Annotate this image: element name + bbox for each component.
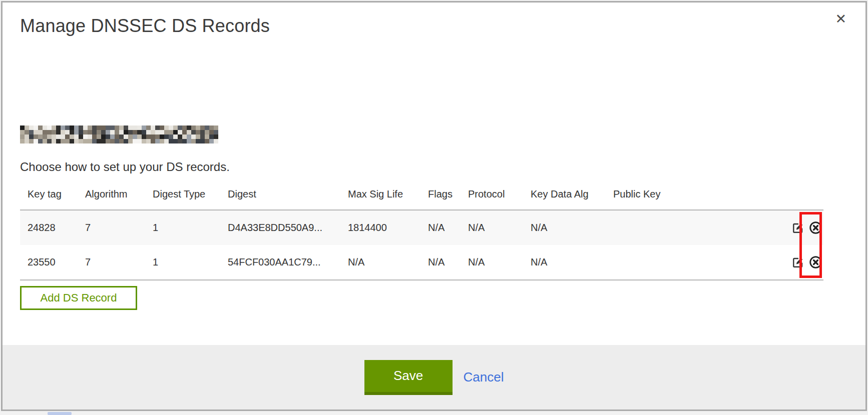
redaction-pixel bbox=[187, 139, 191, 144]
redaction-pixel bbox=[79, 134, 83, 139]
redaction-pixel bbox=[178, 126, 182, 130]
redaction-pixel bbox=[191, 130, 196, 134]
redaction-pixel bbox=[70, 134, 74, 139]
redaction-pixel bbox=[52, 134, 56, 139]
redaction-pixel bbox=[128, 139, 133, 144]
save-button[interactable]: Save bbox=[364, 360, 453, 395]
cell-public-key bbox=[606, 210, 746, 245]
redaction-pixel bbox=[52, 130, 56, 134]
redaction-pixel bbox=[119, 134, 124, 139]
redaction-pixel bbox=[34, 134, 38, 139]
delete-record-button[interactable] bbox=[808, 220, 823, 236]
redaction-pixel bbox=[164, 130, 169, 134]
column-header-actions bbox=[746, 179, 823, 210]
redaction-pixel bbox=[110, 126, 115, 130]
redaction-pixel bbox=[65, 130, 70, 134]
redaction-pixel bbox=[61, 130, 65, 134]
redaction-pixel bbox=[119, 139, 124, 144]
redaction-pixel bbox=[164, 126, 169, 130]
cell-digest-type: 1 bbox=[145, 245, 220, 280]
redaction-pixel bbox=[142, 126, 146, 130]
redaction-pixel bbox=[47, 130, 52, 134]
edit-record-button[interactable] bbox=[791, 256, 805, 270]
redaction-pixel bbox=[200, 130, 205, 134]
column-header-digest: Digest bbox=[220, 179, 340, 210]
redaction-pixel bbox=[101, 126, 106, 130]
redaction-pixel bbox=[56, 139, 61, 144]
column-header-public-key: Public Key bbox=[606, 179, 746, 210]
redaction-pixel bbox=[110, 130, 115, 134]
redaction-pixel bbox=[196, 126, 200, 130]
redaction-pixel bbox=[52, 126, 56, 130]
cell-key-data-alg: N/A bbox=[523, 210, 606, 245]
redaction-pixel bbox=[34, 126, 38, 130]
redaction-pixel bbox=[97, 126, 101, 130]
manage-dnssec-dialog: Manage DNSSEC DS Records ✕ Choose how to… bbox=[1, 1, 867, 411]
redaction-pixel bbox=[29, 130, 34, 134]
instruction-text: Choose how to set up your DS records. bbox=[20, 160, 230, 174]
redaction-pixel bbox=[56, 126, 61, 130]
redaction-pixel bbox=[101, 134, 106, 139]
redaction-pixel bbox=[70, 139, 74, 144]
cell-key-tag: 23550 bbox=[20, 245, 78, 280]
redaction-pixel bbox=[79, 126, 83, 130]
add-ds-record-button[interactable]: Add DS Record bbox=[20, 286, 137, 310]
redaction-pixel bbox=[97, 134, 101, 139]
redaction-pixel bbox=[191, 126, 196, 130]
redaction-pixel bbox=[196, 139, 200, 144]
redaction-pixel bbox=[151, 126, 155, 130]
delete-record-button[interactable] bbox=[808, 254, 823, 270]
redaction-pixel bbox=[160, 139, 164, 144]
redaction-pixel bbox=[25, 139, 29, 144]
redaction-pixel bbox=[29, 134, 34, 139]
redaction-pixel bbox=[38, 126, 43, 130]
redaction-pixel bbox=[83, 139, 88, 144]
redaction-pixel bbox=[43, 126, 47, 130]
redaction-pixel bbox=[52, 139, 56, 144]
redaction-pixel bbox=[173, 139, 178, 144]
redaction-pixel bbox=[97, 130, 101, 134]
column-header-algorithm: Algorithm bbox=[78, 179, 145, 210]
redaction-pixel bbox=[88, 139, 92, 144]
redaction-pixel bbox=[205, 126, 209, 130]
dialog-footer: Save Cancel bbox=[3, 345, 865, 410]
redaction-pixel bbox=[146, 139, 151, 144]
redaction-pixel bbox=[70, 126, 74, 130]
redaction-pixel bbox=[151, 130, 155, 134]
redaction-pixel bbox=[151, 139, 155, 144]
redaction-pixel bbox=[92, 126, 97, 130]
redaction-pixel bbox=[155, 139, 160, 144]
edit-record-button[interactable] bbox=[791, 221, 805, 235]
redaction-pixel bbox=[115, 130, 119, 134]
cancel-link[interactable]: Cancel bbox=[464, 370, 504, 385]
redaction-pixel bbox=[200, 126, 205, 130]
redaction-pixel bbox=[209, 134, 214, 139]
redaction-pixel bbox=[160, 130, 164, 134]
background-page-artifact bbox=[48, 412, 72, 415]
redaction-pixel bbox=[160, 126, 164, 130]
redaction-pixel bbox=[115, 126, 119, 130]
delete-icon bbox=[809, 260, 822, 271]
redaction-pixel bbox=[209, 139, 214, 144]
cell-key-data-alg: N/A bbox=[523, 245, 606, 280]
redaction-pixel bbox=[187, 126, 191, 130]
close-icon[interactable]: ✕ bbox=[835, 12, 846, 26]
redaction-pixel bbox=[155, 126, 160, 130]
redaction-pixel bbox=[173, 130, 178, 134]
redaction-pixel bbox=[101, 139, 106, 144]
page-title: Manage DNSSEC DS Records bbox=[20, 16, 270, 36]
redaction-pixel bbox=[38, 134, 43, 139]
cell-algorithm: 7 bbox=[78, 210, 145, 245]
redaction-pixel bbox=[47, 134, 52, 139]
redaction-pixel bbox=[20, 130, 25, 134]
redaction-pixel bbox=[214, 126, 218, 130]
redaction-pixel bbox=[47, 139, 52, 144]
redaction-pixel bbox=[160, 134, 164, 139]
cell-protocol: N/A bbox=[461, 245, 523, 280]
redaction-pixel bbox=[74, 139, 79, 144]
redaction-pixel bbox=[169, 139, 173, 144]
redaction-pixel bbox=[137, 130, 142, 134]
redaction-pixel bbox=[115, 134, 119, 139]
redaction-pixel bbox=[142, 134, 146, 139]
column-header-key-tag: Key tag bbox=[20, 179, 78, 210]
